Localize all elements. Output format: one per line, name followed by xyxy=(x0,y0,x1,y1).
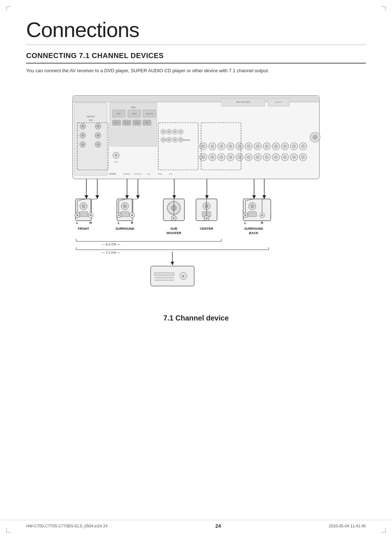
svg-point-48 xyxy=(238,145,241,148)
svg-text:IN 3: IN 3 xyxy=(147,173,150,175)
svg-point-60 xyxy=(293,145,295,148)
svg-point-155 xyxy=(131,214,133,216)
svg-point-44 xyxy=(220,145,223,148)
svg-point-140 xyxy=(90,214,92,216)
svg-text:ONLY FOR TEST: ONLY FOR TEST xyxy=(236,101,250,103)
svg-point-150 xyxy=(123,205,126,208)
svg-text:OUT: OUT xyxy=(169,173,172,175)
corner-mark-tl xyxy=(7,7,11,11)
diagram-caption: 7.1 Channel device xyxy=(163,314,229,322)
diagram-svg: REMOTE SUB HDMI HDMI 1 xyxy=(40,85,352,311)
svg-text:REMOTE: REMOTE xyxy=(87,115,95,118)
svg-text:SUB: SUB xyxy=(89,119,93,121)
section-heading: CONNECTING 7.1 CHANNEL DEVICES xyxy=(26,52,366,64)
svg-point-86 xyxy=(302,156,305,159)
svg-text:SUB: SUB xyxy=(115,161,118,163)
svg-text:WOOFER: WOOFER xyxy=(167,231,181,235)
svg-point-185 xyxy=(245,214,246,216)
svg-text:BACK: BACK xyxy=(249,231,258,235)
section-description: You can connect the AV receiver to a DVD… xyxy=(26,67,366,74)
svg-text:CHANNEL: CHANNEL xyxy=(109,173,117,175)
svg-line-161 xyxy=(132,199,138,199)
svg-text:COAX: COAX xyxy=(135,122,139,124)
svg-point-40 xyxy=(202,145,205,148)
svg-text:HDMI: HDMI xyxy=(131,106,136,109)
svg-point-78 xyxy=(265,156,268,159)
svg-marker-122 xyxy=(125,195,129,199)
svg-point-58 xyxy=(283,145,286,148)
svg-text:FM/AM ANT: FM/AM ANT xyxy=(275,101,283,103)
svg-point-50 xyxy=(247,145,250,148)
svg-marker-124 xyxy=(136,195,140,199)
svg-text:HDMI 1: HDMI 1 xyxy=(117,113,122,115)
svg-marker-205 xyxy=(171,262,174,265)
svg-point-187 xyxy=(261,214,263,216)
svg-text:HDMI 2: HDMI 2 xyxy=(132,113,137,115)
svg-point-42 xyxy=(211,145,214,148)
svg-point-82 xyxy=(283,156,286,159)
svg-text:OPT 1: OPT 1 xyxy=(114,122,119,124)
svg-point-84 xyxy=(293,156,295,159)
svg-point-16 xyxy=(97,143,99,146)
svg-rect-206 xyxy=(151,266,194,286)
svg-point-62 xyxy=(302,145,305,148)
svg-text:R: R xyxy=(261,221,264,225)
svg-point-101 xyxy=(168,131,170,132)
footer-page-number: 24 xyxy=(215,523,221,529)
svg-point-64 xyxy=(202,156,205,159)
svg-marker-126 xyxy=(172,195,176,199)
svg-text:SURROUND: SURROUND xyxy=(244,227,264,230)
corner-mark-tr xyxy=(381,7,385,11)
page-title: Connections xyxy=(26,17,366,45)
svg-point-138 xyxy=(77,214,78,216)
svg-rect-136 xyxy=(79,212,88,217)
svg-point-88 xyxy=(313,135,317,139)
footer-timestamp: 2010-05-04 11:41:45 xyxy=(329,524,366,528)
svg-text:R: R xyxy=(90,221,92,225)
svg-point-14 xyxy=(82,143,84,146)
page-footer: HW-C700-C770S-C770BS-ELS_0504.in24 24 24… xyxy=(0,520,392,529)
diagram-container: REMOTE SUB HDMI HDMI 1 xyxy=(26,85,366,322)
svg-point-115 xyxy=(115,154,117,156)
svg-point-76 xyxy=(256,156,259,159)
svg-text:OPTICAL 2: OPTICAL 2 xyxy=(134,173,142,175)
svg-text:CONT: CONT xyxy=(145,122,149,124)
svg-point-80 xyxy=(274,156,277,159)
svg-marker-132 xyxy=(262,195,266,199)
svg-text:— 5.1 CH —: — 5.1 CH — xyxy=(102,242,120,246)
svg-marker-128 xyxy=(205,195,209,199)
svg-point-68 xyxy=(220,156,223,159)
svg-point-135 xyxy=(82,205,85,208)
svg-point-46 xyxy=(229,145,232,148)
svg-rect-180 xyxy=(243,199,271,221)
svg-point-182 xyxy=(251,205,254,208)
svg-rect-2 xyxy=(74,103,107,175)
svg-text:SURROUND: SURROUND xyxy=(115,227,135,230)
svg-rect-211 xyxy=(154,279,174,281)
svg-text:L: L xyxy=(244,221,246,225)
svg-point-103 xyxy=(174,131,176,132)
svg-point-12 xyxy=(97,134,99,136)
svg-marker-130 xyxy=(252,195,256,199)
svg-point-109 xyxy=(168,139,170,140)
svg-point-54 xyxy=(265,145,268,148)
svg-point-177 xyxy=(206,217,208,219)
svg-marker-120 xyxy=(95,195,99,199)
svg-point-113 xyxy=(180,139,182,140)
svg-point-105 xyxy=(180,131,182,132)
svg-line-146 xyxy=(91,199,97,199)
svg-point-56 xyxy=(274,145,277,148)
svg-text:SUB: SUB xyxy=(170,227,177,230)
svg-point-66 xyxy=(211,156,214,159)
svg-point-70 xyxy=(229,156,232,159)
svg-point-72 xyxy=(238,156,241,159)
svg-text:L: L xyxy=(76,221,78,225)
svg-text:— 7.1 CH —: — 7.1 CH — xyxy=(102,251,120,254)
svg-text:CENTER: CENTER xyxy=(200,227,213,230)
svg-rect-151 xyxy=(121,212,129,217)
svg-point-107 xyxy=(163,139,164,140)
svg-point-99 xyxy=(163,131,164,132)
svg-point-6 xyxy=(82,125,84,127)
svg-text:COAX: COAX xyxy=(158,173,162,175)
svg-rect-183 xyxy=(248,212,257,217)
